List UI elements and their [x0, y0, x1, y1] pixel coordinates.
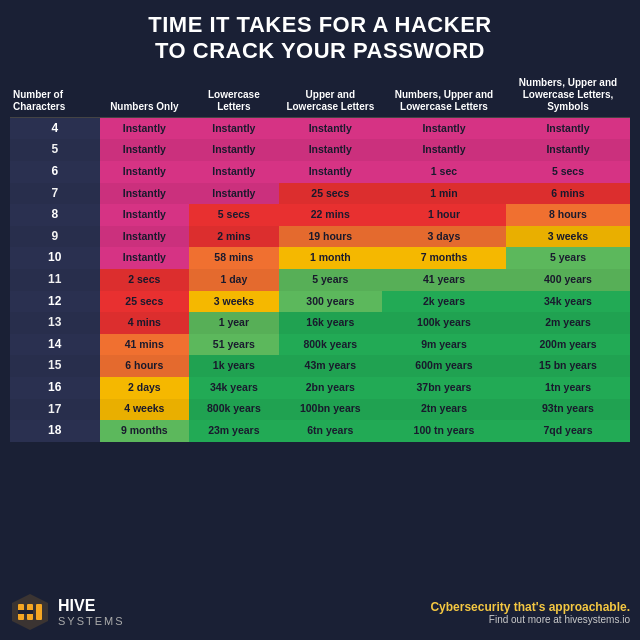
cell-value: Instantly — [506, 139, 630, 161]
cell-value: 1 year — [189, 312, 279, 334]
cell-value: Instantly — [382, 117, 506, 139]
cell-value: Instantly — [382, 139, 506, 161]
cell-value: 37bn years — [382, 377, 506, 399]
cell-value: 2 secs — [100, 269, 190, 291]
cell-value: Instantly — [506, 117, 630, 139]
cell-value: Instantly — [100, 226, 190, 248]
cell-value: 51 years — [189, 334, 279, 356]
cell-value: 400 years — [506, 269, 630, 291]
col-header-numupper: Numbers, Upper and Lowercase Letters — [382, 73, 506, 118]
col-header-upperlower: Upper and Lowercase Letters — [279, 73, 382, 118]
table-row: 9Instantly2 mins19 hours3 days3 weeks — [10, 226, 630, 248]
table-row: 4InstantlyInstantlyInstantlyInstantlyIns… — [10, 117, 630, 139]
cell-value: 9m years — [382, 334, 506, 356]
cell-value: Instantly — [189, 183, 279, 205]
cell-value: Instantly — [279, 161, 382, 183]
cell-value: 23m years — [189, 420, 279, 442]
table-row: 162 days34k years2bn years37bn years1tn … — [10, 377, 630, 399]
cell-value: 600m years — [382, 355, 506, 377]
cell-value: 2 days — [100, 377, 190, 399]
logo-name: HIVE — [58, 597, 125, 615]
cell-chars: 8 — [10, 204, 100, 226]
cell-value: 5 secs — [506, 161, 630, 183]
cell-value: Instantly — [100, 117, 190, 139]
footer-right: Cybersecurity that's approachable. Find … — [430, 600, 630, 625]
cell-value: Instantly — [100, 139, 190, 161]
cell-value: 7qd years — [506, 420, 630, 442]
table-row: 10Instantly58 mins1 month7 months5 years — [10, 247, 630, 269]
svg-rect-3 — [36, 604, 42, 620]
cell-chars: 10 — [10, 247, 100, 269]
cell-value: 3 weeks — [189, 291, 279, 313]
cell-chars: 7 — [10, 183, 100, 205]
table-row: 112 secs1 day5 years41 years400 years — [10, 269, 630, 291]
table-row: 189 months23m years6tn years100 tn years… — [10, 420, 630, 442]
cell-value: Instantly — [100, 204, 190, 226]
cell-value: 2bn years — [279, 377, 382, 399]
svg-rect-4 — [18, 610, 33, 614]
cell-chars: 16 — [10, 377, 100, 399]
cell-chars: 14 — [10, 334, 100, 356]
cell-value: 5 secs — [189, 204, 279, 226]
cell-value: 6tn years — [279, 420, 382, 442]
cell-value: 800k years — [189, 399, 279, 421]
table-row: 7InstantlyInstantly25 secs1 min6 mins — [10, 183, 630, 205]
cell-value: 15 bn years — [506, 355, 630, 377]
table-row: 5InstantlyInstantlyInstantlyInstantlyIns… — [10, 139, 630, 161]
cell-value: 3 weeks — [506, 226, 630, 248]
cell-value: 4 mins — [100, 312, 190, 334]
password-table: Number of Characters Numbers Only Lowerc… — [10, 73, 630, 442]
cell-value: 93tn years — [506, 399, 630, 421]
footer: HIVE SYSTEMS Cybersecurity that's approa… — [10, 586, 630, 632]
cell-chars: 4 — [10, 117, 100, 139]
table-row: 156 hours1k years43m years600m years15 b… — [10, 355, 630, 377]
col-header-numsym: Numbers, Upper and Lowercase Letters, Sy… — [506, 73, 630, 118]
cell-value: 25 secs — [100, 291, 190, 313]
cell-value: 43m years — [279, 355, 382, 377]
table-row: 1225 secs3 weeks300 years2k years34k yea… — [10, 291, 630, 313]
cell-value: 16k years — [279, 312, 382, 334]
col-header-lower: Lowercase Letters — [189, 73, 279, 118]
cell-value: Instantly — [100, 161, 190, 183]
cell-value: 5 years — [279, 269, 382, 291]
main-container: TIME IT TAKES FOR A HACKER TO CRACK YOUR… — [0, 0, 640, 640]
cell-value: Instantly — [100, 247, 190, 269]
table-row: 1441 mins51 years800k years9m years200m … — [10, 334, 630, 356]
cell-value: 100k years — [382, 312, 506, 334]
cell-value: Instantly — [189, 117, 279, 139]
cell-value: Instantly — [279, 117, 382, 139]
cell-value: 6 mins — [506, 183, 630, 205]
table-row: 6InstantlyInstantlyInstantly1 sec5 secs — [10, 161, 630, 183]
cell-value: 9 months — [100, 420, 190, 442]
cell-chars: 18 — [10, 420, 100, 442]
cell-value: 41 mins — [100, 334, 190, 356]
cell-value: 8 hours — [506, 204, 630, 226]
logo-text-block: HIVE SYSTEMS — [58, 597, 125, 627]
cell-value: 1tn years — [506, 377, 630, 399]
table-row: 174 weeks800k years100bn years2tn years9… — [10, 399, 630, 421]
footer-tagline: Cybersecurity that's approachable. — [430, 600, 630, 614]
cell-value: 2k years — [382, 291, 506, 313]
cell-value: 2 mins — [189, 226, 279, 248]
cell-chars: 15 — [10, 355, 100, 377]
cell-value: 58 mins — [189, 247, 279, 269]
cell-value: 6 hours — [100, 355, 190, 377]
cell-chars: 11 — [10, 269, 100, 291]
cell-value: 19 hours — [279, 226, 382, 248]
page-title: TIME IT TAKES FOR A HACKER TO CRACK YOUR… — [10, 12, 630, 65]
cell-value: 300 years — [279, 291, 382, 313]
cell-chars: 17 — [10, 399, 100, 421]
cell-chars: 6 — [10, 161, 100, 183]
cell-value: 5 years — [506, 247, 630, 269]
cell-value: 1 sec — [382, 161, 506, 183]
footer-url: Find out more at hivesystems.io — [430, 614, 630, 625]
cell-value: 2m years — [506, 312, 630, 334]
cell-value: 1 month — [279, 247, 382, 269]
cell-value: 1 hour — [382, 204, 506, 226]
cell-value: 200m years — [506, 334, 630, 356]
cell-value: 100bn years — [279, 399, 382, 421]
col-header-numbers: Numbers Only — [100, 73, 190, 118]
cell-value: 1 day — [189, 269, 279, 291]
cell-value: 41 years — [382, 269, 506, 291]
logo-sub: SYSTEMS — [58, 615, 125, 627]
